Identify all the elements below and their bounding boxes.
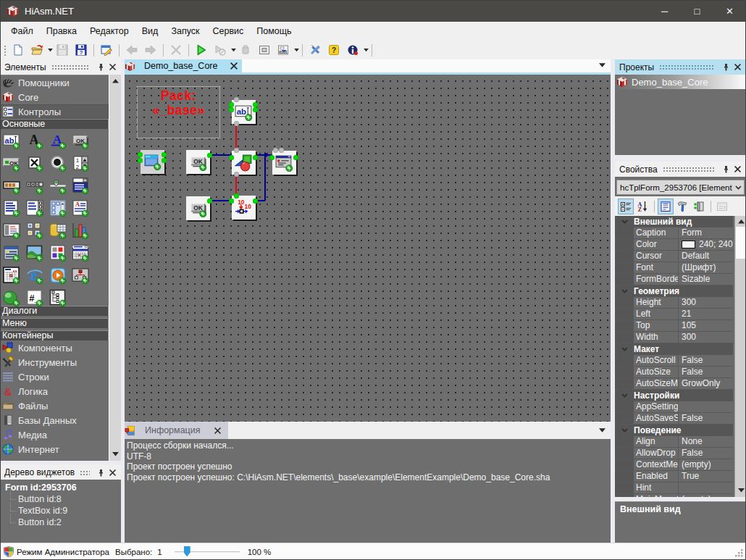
work-point[interactable] xyxy=(162,158,167,163)
palette-item-label[interactable]: A xyxy=(26,132,43,149)
save-button[interactable] xyxy=(54,42,71,58)
categorized-button[interactable] xyxy=(618,198,634,214)
property-category-геометрия[interactable]: Геометрия xyxy=(615,285,733,297)
tab-information[interactable]: Информация xyxy=(125,422,228,439)
zoom-slider[interactable] xyxy=(175,546,240,558)
frame-button[interactable] xyxy=(256,42,273,58)
elements-tab-инструменты[interactable]: Инструменты xyxy=(0,355,109,369)
menu-редактор[interactable]: Редактор xyxy=(83,23,135,39)
close-button[interactable]: ✕ xyxy=(713,0,746,22)
close-icon[interactable] xyxy=(734,63,742,71)
work-point[interactable] xyxy=(253,198,258,204)
zoom-slider-handle[interactable] xyxy=(184,546,190,557)
open-dropdown-icon[interactable] xyxy=(47,42,54,58)
palette-item-toolbar[interactable] xyxy=(26,177,43,194)
data-point[interactable] xyxy=(279,148,284,153)
tab-demo-base-core[interactable]: Demo_base_Core xyxy=(125,59,242,72)
palette-section-контейнеры[interactable]: Контейнеры xyxy=(0,330,109,340)
property-value[interactable]: Form xyxy=(679,227,733,238)
work-point[interactable] xyxy=(138,152,143,157)
palette-item-smallimg[interactable] xyxy=(26,222,43,239)
help-button[interactable]: ? xyxy=(325,42,343,58)
pin-icon[interactable] xyxy=(97,63,105,71)
palette-item-radio[interactable] xyxy=(49,154,67,172)
build-button[interactable] xyxy=(237,42,254,58)
maximize-button[interactable]: □ xyxy=(681,0,713,22)
palette-item-button[interactable]: OK xyxy=(72,132,89,149)
pin-icon[interactable] xyxy=(720,62,732,73)
back-button[interactable] xyxy=(123,42,141,58)
property-row-autosizemode[interactable]: AutoSizeModeGrowOnly xyxy=(615,378,733,390)
work-point[interactable] xyxy=(253,102,258,107)
property-value[interactable]: None xyxy=(679,436,733,447)
edit-element[interactable]: ab xyxy=(232,100,256,124)
data-point[interactable] xyxy=(273,148,278,153)
property-row-cursor[interactable]: CursorDefault xyxy=(615,251,733,262)
compile-dropdown-icon[interactable] xyxy=(293,42,300,58)
alphabetical-button[interactable]: AZ xyxy=(634,198,650,214)
toolbar-grip[interactable] xyxy=(3,44,6,57)
scroll-down-icon[interactable] xyxy=(109,448,121,460)
close-icon[interactable] xyxy=(109,63,117,71)
about-button[interactable] xyxy=(344,42,361,58)
scroll-up-arrow-icon[interactable] xyxy=(112,79,119,83)
work-point[interactable] xyxy=(207,198,212,204)
work-point[interactable] xyxy=(229,198,234,204)
pin-icon[interactable] xyxy=(97,469,105,477)
close-icon[interactable] xyxy=(109,469,117,477)
property-row-autosavesettings[interactable]: AutoSaveSettingsFalse xyxy=(615,413,733,425)
close-icon[interactable] xyxy=(106,62,118,73)
property-value[interactable] xyxy=(679,482,733,493)
property-value[interactable]: False xyxy=(679,367,733,377)
property-value[interactable]: False xyxy=(679,355,733,366)
property-row-top[interactable]: Top105 xyxy=(615,320,733,332)
palette-section-меню[interactable]: Меню xyxy=(0,318,109,328)
scroll-down-icon[interactable] xyxy=(736,485,746,496)
property-row-hint[interactable]: Hint xyxy=(615,482,733,494)
palette-item-combo[interactable] xyxy=(72,177,89,194)
property-value[interactable]: False xyxy=(679,448,733,459)
elements-tab-логика[interactable]: &Логика xyxy=(0,384,109,398)
palette-item-trackbar[interactable] xyxy=(49,177,67,194)
palette-item-chart[interactable] xyxy=(72,222,89,239)
tab-list-dropdown-icon[interactable] xyxy=(599,63,605,68)
elements-tab-контролы[interactable]: Контролы xyxy=(0,104,109,119)
palette-item-image[interactable] xyxy=(26,244,43,262)
work-point[interactable] xyxy=(162,152,167,157)
category-collapse-icon[interactable] xyxy=(615,343,634,355)
work-point[interactable] xyxy=(253,155,258,160)
elements-tab-интернет[interactable]: Интернет xyxy=(0,442,109,456)
elements-tab-медиа[interactable]: Медиа xyxy=(0,427,109,442)
palette-item-browser[interactable]: e xyxy=(26,267,43,284)
category-collapse-icon[interactable] xyxy=(615,285,634,297)
property-row-left[interactable]: Left21 xyxy=(615,309,733,320)
property-category-макет[interactable]: Макет xyxy=(615,343,733,355)
scrollbar-thumb[interactable] xyxy=(736,227,746,259)
palette-item-listbox[interactable] xyxy=(3,199,20,217)
properties-view-button[interactable] xyxy=(658,198,674,214)
resize-grip-icon[interactable] xyxy=(735,549,744,558)
data-point[interactable] xyxy=(234,172,239,177)
work-point[interactable] xyxy=(138,158,143,163)
run-stop-button[interactable] xyxy=(211,42,229,58)
title-bar[interactable]: HiAsm.NET ─ □ ✕ xyxy=(0,0,746,22)
work-point[interactable] xyxy=(234,193,239,198)
property-row-contextmenustrip[interactable]: ContextMenuStrip(empty) xyxy=(615,459,733,471)
elements-tab-компоненты[interactable]: Компоненты xyxy=(0,340,109,355)
property-value[interactable]: (empty) xyxy=(679,459,733,470)
pack-group-rect[interactable]: Pack: «_base» xyxy=(137,86,220,138)
palette-section-основные[interactable]: Основные xyxy=(0,119,109,129)
palette-item-media[interactable] xyxy=(49,267,67,284)
palette-item-updown[interactable]: 12 xyxy=(72,154,89,172)
shapes-element[interactable] xyxy=(232,151,256,175)
palette-section-диалоги[interactable]: Диалоги xyxy=(0,306,109,316)
button-element-1[interactable]: OK xyxy=(186,150,210,174)
property-value[interactable]: Sizable xyxy=(679,274,733,285)
property-value[interactable]: Default xyxy=(679,251,733,262)
data-point[interactable] xyxy=(234,121,239,126)
menu-запуск[interactable]: Запуск xyxy=(164,23,206,39)
property-value[interactable]: False xyxy=(679,413,733,424)
right-horizontal-splitter[interactable] xyxy=(615,155,746,162)
category-collapse-icon[interactable] xyxy=(615,425,634,436)
palette-item-listview[interactable] xyxy=(49,199,67,217)
